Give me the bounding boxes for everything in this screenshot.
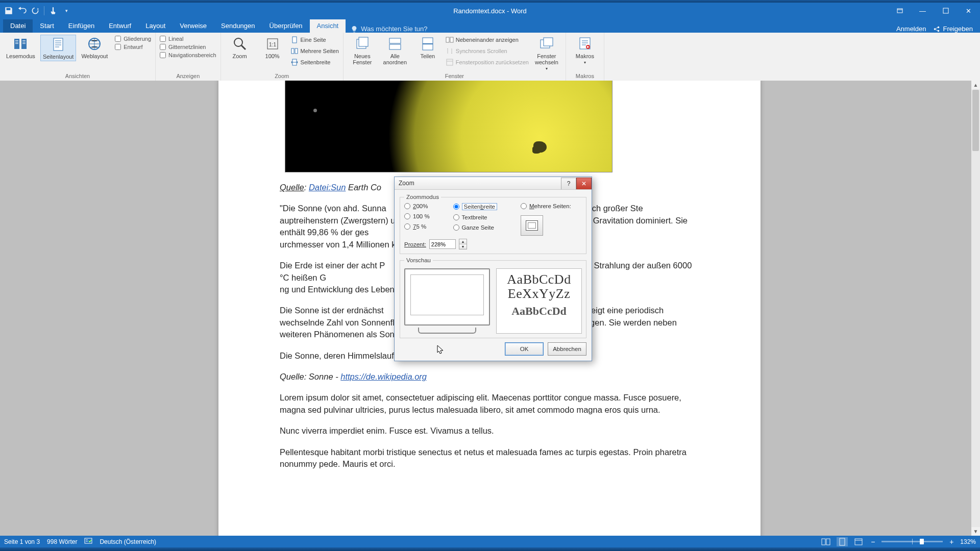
new-window-button[interactable]: Neues Fenster — [348, 35, 377, 66]
zoom-out-button[interactable]: − — [869, 538, 876, 546]
vertical-scrollbar[interactable]: ▲ ▼ — [971, 81, 980, 536]
close-button[interactable]: ✕ — [957, 5, 980, 17]
tab-start[interactable]: Start — [33, 19, 61, 33]
scroll-down-icon[interactable]: ▼ — [971, 527, 980, 536]
svg-point-5 — [938, 30, 940, 32]
ok-button[interactable]: OK — [505, 342, 544, 356]
zoom-slider[interactable] — [881, 541, 943, 542]
source-link[interactable]: https://de.wikipedia.org — [340, 372, 427, 381]
svg-rect-22 — [447, 59, 453, 65]
one-page-icon — [290, 36, 299, 44]
radio-page-width[interactable]: Seitenbreite — [453, 203, 497, 210]
radio-100[interactable]: 100 % — [404, 213, 430, 219]
dialog-titlebar[interactable]: Zoom ? ✕ — [395, 177, 592, 190]
percent-input[interactable] — [429, 239, 456, 249]
sign-in-link[interactable]: Anmelden — [896, 25, 926, 33]
view-print-icon[interactable] — [837, 537, 848, 546]
document-image-sun[interactable] — [285, 81, 612, 172]
tab-file[interactable]: Datei — [3, 19, 33, 33]
read-mode-button[interactable]: Lesemodus — [4, 35, 37, 60]
tab-layout[interactable]: Layout — [138, 19, 173, 33]
outline-checkbox[interactable]: Gliederung — [115, 36, 151, 42]
view-read-icon[interactable] — [820, 537, 831, 546]
dialog-close-button[interactable]: ✕ — [576, 178, 592, 189]
multi-page-icon — [290, 47, 299, 55]
svg-rect-20 — [446, 37, 449, 42]
view-web-icon[interactable] — [853, 537, 864, 546]
print-layout-button[interactable]: Seitenlayout — [40, 35, 77, 61]
status-proofing-icon[interactable] — [84, 537, 92, 546]
status-zoom[interactable]: 132% — [960, 538, 976, 545]
tell-me-placeholder: Was möchten Sie tun? — [361, 25, 427, 33]
radio-many-pages[interactable]: Mehrere Seiten: — [521, 203, 571, 209]
window-controls: — ✕ — [888, 5, 980, 17]
radio-whole-page[interactable]: Ganze Seite — [453, 224, 497, 231]
split-button[interactable]: Teilen — [413, 35, 443, 60]
zoom-mode-group: Zoommodus 200% 100 % 75 % Seitenbreite T… — [400, 194, 586, 254]
repeat-icon[interactable] — [31, 6, 40, 15]
arrange-all-button[interactable]: Alle anordnen — [380, 35, 410, 66]
status-page[interactable]: Seite 1 von 3 — [4, 538, 40, 545]
multi-page-button[interactable]: Mehrere Seiten — [290, 47, 339, 55]
reset-window-pos-button[interactable]: Fensterposition zurücksetzen — [446, 58, 529, 66]
minimize-button[interactable]: — — [911, 5, 934, 17]
svg-rect-17 — [389, 38, 401, 43]
tab-review[interactable]: Überprüfen — [262, 19, 310, 33]
caption-link[interactable]: Datei:Sun — [309, 183, 346, 192]
preview-sample-text: AaBbCcDd EeXxYyZz AaBbCcDd — [496, 268, 582, 334]
split-icon — [420, 36, 436, 52]
percent-spinner[interactable]: ▲▼ — [459, 239, 467, 249]
draft-checkbox[interactable]: Entwurf — [115, 44, 151, 50]
gridlines-checkbox[interactable]: Gitternetzlinien — [160, 44, 216, 50]
cancel-button[interactable]: Abbrechen — [548, 342, 586, 356]
zoom-in-button[interactable]: + — [948, 538, 955, 546]
side-by-side-button[interactable]: Nebeneinander anzeigen — [446, 36, 529, 44]
scroll-up-icon[interactable]: ▲ — [971, 81, 980, 89]
svg-rect-28 — [822, 539, 825, 545]
zoom-icon — [232, 36, 248, 52]
qat-customize-icon[interactable]: ▾ — [62, 6, 71, 15]
zoom-100-icon: 1:1 — [264, 36, 281, 52]
ribbon-group-macros: Makros▾ Makros — [566, 33, 604, 81]
radio-200[interactable]: 200% — [404, 203, 430, 209]
ribbon-group-views: Lesemodus Seitenlayout Weblayout Glieder… — [0, 33, 156, 81]
navpane-checkbox[interactable]: Navigationsbereich — [160, 52, 216, 58]
tab-design[interactable]: Entwurf — [102, 19, 138, 33]
spin-up-icon[interactable]: ▲ — [459, 239, 467, 244]
tab-insert[interactable]: Einfügen — [61, 19, 102, 33]
radio-text-width[interactable]: Textbreite — [453, 214, 497, 220]
status-word-count[interactable]: 998 Wörter — [47, 538, 77, 545]
share-icon — [933, 26, 940, 33]
dialog-help-button[interactable]: ? — [561, 178, 576, 189]
spin-down-icon[interactable]: ▼ — [459, 244, 467, 249]
tell-me-search[interactable]: Was möchten Sie tun? — [351, 25, 427, 33]
status-language[interactable]: Deutsch (Österreich) — [100, 538, 156, 545]
scrollbar-thumb[interactable] — [972, 90, 979, 151]
radio-75[interactable]: 75 % — [404, 223, 430, 230]
many-pages-picker[interactable] — [521, 215, 543, 236]
tab-mailings[interactable]: Sendungen — [214, 19, 262, 33]
one-page-button[interactable]: Eine Seite — [290, 36, 339, 44]
body-paragraph: Lorem ipsum dolor sit amet, consectetuer… — [280, 392, 699, 416]
web-layout-button[interactable]: Weblayout — [79, 35, 110, 60]
zoom-100-button[interactable]: 1:1 100% — [258, 35, 287, 60]
zoom-button[interactable]: Zoom — [225, 35, 255, 60]
switch-windows-button[interactable]: Fenster wechseln▾ — [532, 35, 561, 72]
undo-icon[interactable] — [17, 6, 27, 15]
page-width-button[interactable]: Seitenbreite — [290, 58, 339, 66]
save-icon[interactable] — [4, 6, 13, 15]
touch-mode-icon[interactable] — [48, 6, 58, 15]
maximize-button[interactable] — [934, 5, 957, 17]
zoom-slider-thumb[interactable] — [920, 539, 924, 544]
ruler-checkbox[interactable]: Lineal — [160, 36, 216, 42]
tab-view[interactable]: Ansicht — [310, 19, 346, 33]
sync-scroll-button[interactable]: Synchrones Scrollen — [446, 47, 529, 55]
share-button[interactable]: Freigeben — [933, 25, 973, 33]
new-window-icon — [354, 36, 371, 52]
macros-button[interactable]: Makros▾ — [570, 35, 600, 66]
preview-group: Vorschau AaBbCcDd EeXxYyZz AaBbCcDd — [400, 257, 586, 338]
preview-legend: Vorschau — [404, 257, 433, 263]
ribbon-options-icon[interactable] — [888, 5, 911, 17]
tab-references[interactable]: Verweise — [173, 19, 214, 33]
svg-rect-21 — [450, 37, 453, 42]
